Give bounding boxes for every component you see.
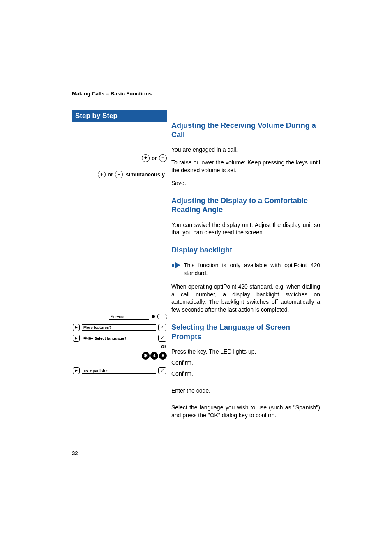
section-title-backlight: Display backlight <box>171 245 320 255</box>
scroll-key-icon: ▶ <box>73 335 80 342</box>
led-icon <box>152 315 155 318</box>
right-column: Adjusting the Receiving Volume During a … <box>167 110 320 424</box>
language-p3: Confirm. <box>171 370 320 378</box>
language-p1: Press the key. The LED lights up. <box>171 348 320 356</box>
running-head: Making Calls – Basic Functions <box>72 90 320 97</box>
columns: Step by Step + or − + or − simultaneousl… <box>72 110 320 424</box>
language-p5: Select the language you wish to use (suc… <box>171 404 320 419</box>
left-column: Step by Step + or − + or − simultaneousl… <box>72 110 167 424</box>
step-by-step-header: Step by Step <box>72 110 167 122</box>
header-rule <box>72 99 320 99</box>
minus-key-icon: − <box>159 154 167 162</box>
scroll-key-icon: ▶ <box>73 324 80 331</box>
digit-8-key-icon: 8 <box>159 352 167 360</box>
spanish-row: ▶ 15=Spanish? ✓ <box>72 366 167 375</box>
service-key-label: Service <box>109 314 149 320</box>
spanish-menu-label: 15=Spanish? <box>82 368 156 374</box>
page: Making Calls – Basic Functions Step by S… <box>0 0 392 555</box>
scroll-key-icon: ▶ <box>73 367 80 374</box>
service-key-row: Service <box>72 312 167 321</box>
feature-key-icon <box>157 314 167 319</box>
code-keys-row: ✱ 4 8 <box>72 351 167 360</box>
volume-p3: Save. <box>171 179 320 187</box>
backlight-note: This function is only available with opt… <box>184 261 320 277</box>
select-language-menu-label: ✱48= Select language? <box>82 335 156 341</box>
plus-key-icon: + <box>142 154 150 162</box>
ok-key-icon: ✓ <box>158 335 166 342</box>
more-features-menu-label: More features? <box>82 324 156 331</box>
section-title-volume: Adjusting the Receiving Volume During a … <box>171 121 320 139</box>
volume-p1: You are engaged in a call. <box>171 146 320 154</box>
or-label: or <box>108 171 113 178</box>
more-features-row: ▶ More features? ✓ <box>72 323 167 332</box>
volume-p2: To raise or lower the volume: Keep press… <box>171 159 320 174</box>
or-label: or <box>72 343 166 349</box>
angle-p1: You can swivel the display unit. Adjust … <box>171 221 320 237</box>
page-number: 32 <box>72 450 78 456</box>
language-p2: Confirm. <box>171 359 320 367</box>
simultaneously-label: simultaneously <box>126 171 165 178</box>
language-p4: Enter the code. <box>171 387 320 395</box>
select-language-row: ▶ ✱48= Select language? ✓ <box>72 333 167 342</box>
plus-key-icon: + <box>98 171 106 178</box>
digit-4-key-icon: 4 <box>150 352 158 360</box>
star-symbol: ✱ <box>83 336 87 340</box>
ok-key-icon: ✓ <box>158 324 166 331</box>
note-box: This function is only available with opt… <box>171 261 320 277</box>
note-arrow-icon <box>171 261 184 277</box>
volume-keys-row: + or − <box>72 153 167 162</box>
or-label: or <box>152 155 157 161</box>
section-title-language: Selecting the Language of Screen Prompts <box>171 323 320 341</box>
ok-key-icon: ✓ <box>158 367 166 374</box>
minus-key-icon: − <box>115 171 123 178</box>
section-title-angle: Adjusting the Display to a Comfortable R… <box>171 196 320 215</box>
backlight-p1: When operating optiPoint 420 standard, e… <box>171 283 320 314</box>
save-keys-row: + or − simultaneously <box>72 170 167 179</box>
star-key-icon: ✱ <box>142 352 150 360</box>
